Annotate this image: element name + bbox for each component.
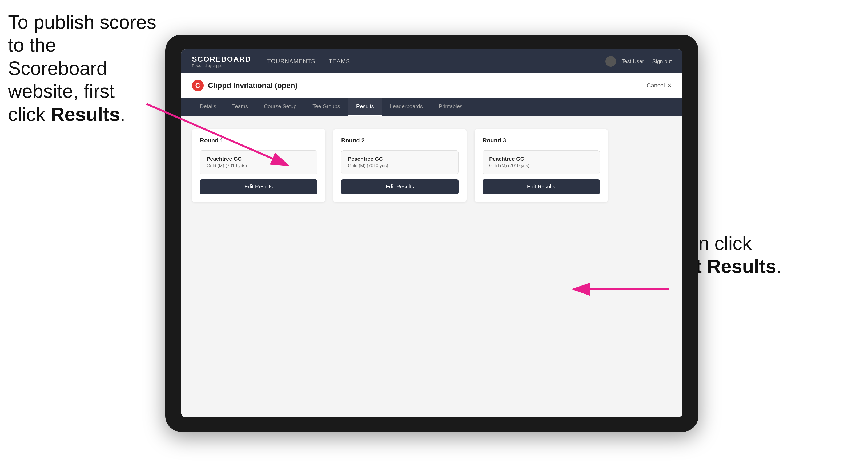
logo-subtitle: Powered by clippd xyxy=(192,63,251,68)
round-1-edit-results-button[interactable]: Edit Results xyxy=(200,179,317,194)
round-2-course-name: Peachtree GC xyxy=(348,156,452,162)
tab-printables[interactable]: Printables xyxy=(431,98,470,116)
instruction-line-2: to the Scoreboard xyxy=(8,34,107,79)
tournament-title-row: C Clippd Invitational (open) xyxy=(192,80,298,91)
main-content: Round 1 Peachtree GC Gold (M) (7010 yds)… xyxy=(181,116,682,417)
tournament-name: Clippd Invitational (open) xyxy=(208,81,298,90)
round-2-course-card: Peachtree GC Gold (M) (7010 yds) xyxy=(341,150,459,174)
round-1-card: Round 1 Peachtree GC Gold (M) (7010 yds)… xyxy=(192,129,325,202)
instruction-line-3: website, first xyxy=(8,81,115,102)
round-3-course-name: Peachtree GC xyxy=(489,156,593,162)
instruction-left: To publish scores to the Scoreboard webs… xyxy=(8,11,157,126)
nav-right: Test User | Sign out xyxy=(606,56,672,67)
round-3-edit-results-button[interactable]: Edit Results xyxy=(483,179,600,194)
nav-links: TOURNAMENTS TEAMS xyxy=(267,58,606,65)
round-3-course-card: Peachtree GC Gold (M) (7010 yds) xyxy=(483,150,600,174)
round-1-title: Round 1 xyxy=(200,137,317,144)
logo-title: SCOREBOARD xyxy=(192,55,251,63)
tournament-logo: C xyxy=(192,80,204,91)
round-1-course-name: Peachtree GC xyxy=(207,156,311,162)
cancel-button[interactable]: Cancel ✕ xyxy=(647,82,672,89)
tab-leaderboards[interactable]: Leaderboards xyxy=(382,98,431,116)
round-2-title: Round 2 xyxy=(341,137,459,144)
round-1-course-details: Gold (M) (7010 yds) xyxy=(207,163,311,168)
tab-details[interactable]: Details xyxy=(192,98,224,116)
tablet-frame: SCOREBOARD Powered by clippd TOURNAMENTS… xyxy=(165,35,699,432)
round-2-course-details: Gold (M) (7010 yds) xyxy=(348,163,452,168)
nav-sign-out[interactable]: Sign out xyxy=(652,58,672,64)
top-nav: SCOREBOARD Powered by clippd TOURNAMENTS… xyxy=(181,49,682,73)
round-3-title: Round 3 xyxy=(483,137,600,144)
rounds-grid: Round 1 Peachtree GC Gold (M) (7010 yds)… xyxy=(192,129,672,202)
instruction-line-4: click Results. xyxy=(8,104,125,125)
nav-tournaments[interactable]: TOURNAMENTS xyxy=(267,58,315,65)
round-2-card: Round 2 Peachtree GC Gold (M) (7010 yds)… xyxy=(333,129,467,202)
tablet-screen: SCOREBOARD Powered by clippd TOURNAMENTS… xyxy=(181,49,682,417)
round-1-course-card: Peachtree GC Gold (M) (7010 yds) xyxy=(200,150,317,174)
round-3-course-details: Gold (M) (7010 yds) xyxy=(489,163,593,168)
tab-tee-groups[interactable]: Tee Groups xyxy=(304,98,348,116)
tab-results[interactable]: Results xyxy=(348,98,382,116)
round-3-card: Round 3 Peachtree GC Gold (M) (7010 yds)… xyxy=(474,129,608,202)
nav-teams[interactable]: TEAMS xyxy=(329,58,350,65)
tab-teams[interactable]: Teams xyxy=(224,98,256,116)
tab-course-setup[interactable]: Course Setup xyxy=(256,98,304,116)
instruction-line-1: To publish scores xyxy=(8,11,156,33)
user-avatar xyxy=(606,56,616,67)
tournament-header: C Clippd Invitational (open) Cancel ✕ xyxy=(181,73,682,98)
sub-tabs: Details Teams Course Setup Tee Groups Re… xyxy=(181,98,682,116)
scoreboard-logo: SCOREBOARD Powered by clippd xyxy=(192,55,251,68)
nav-user: Test User | xyxy=(621,58,647,64)
round-2-edit-results-button[interactable]: Edit Results xyxy=(341,179,459,194)
